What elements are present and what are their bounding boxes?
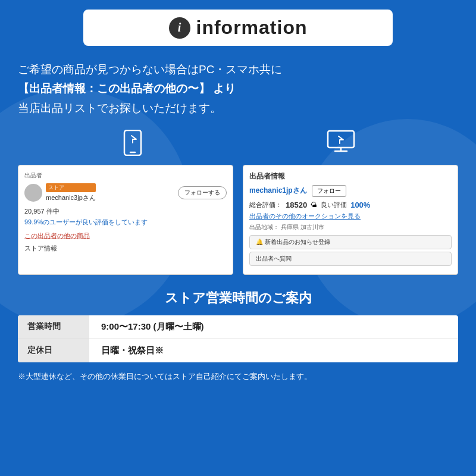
mobile-screenshot-card: 出品者 ストア mechanic3jpさん フォローする 20,957 件中 9… xyxy=(18,165,233,275)
stats-text: 20,957 件中 xyxy=(24,207,227,216)
hours-table: 営業時間 9:00〜17:30 (月曜〜土曜) 定休日 日曜・祝祭日※ xyxy=(18,315,458,362)
device-icons-row xyxy=(12,130,464,161)
location-text: 出品地域： 兵庫県 加古川市 xyxy=(249,223,452,231)
store-hours-title: ストア営業時間のご案内 xyxy=(12,289,464,307)
good-rating-label: 良い評価 xyxy=(321,201,347,209)
store-badge: ストア xyxy=(46,183,96,192)
main-text-line2: 【出品者情報：この出品者の他の〜】 より xyxy=(18,79,458,98)
hours-label-closed: 定休日 xyxy=(18,339,89,362)
seller-info-title: 出品者情報 xyxy=(249,171,452,181)
main-text-line1: ご希望の商品が見つからない場合はPC・スマホ共に xyxy=(18,60,458,79)
total-rating-label: 総合評価： xyxy=(249,201,282,209)
new-items-btn[interactable]: 🔔 新着出品のお知らせ登録 xyxy=(249,235,452,249)
hours-label-business: 営業時間 xyxy=(18,315,89,339)
footnote: ※大型連休など、その他の休業日についてはストア自己紹介にてご案内いたします。 xyxy=(12,371,464,383)
good-rating-text: 99.9%のユーザーが良い評価をしています xyxy=(24,218,227,227)
other-items-link[interactable]: この出品者の他の商品 xyxy=(24,231,227,240)
question-btn[interactable]: 出品者へ質問 xyxy=(249,252,452,266)
sun-icon: 🌤 xyxy=(311,201,317,208)
seller-name-pc: mechanic1jpさん xyxy=(249,186,307,196)
computer-icon xyxy=(327,130,355,161)
seller-row2: mechanic1jpさん フォロー xyxy=(249,185,452,197)
avatar xyxy=(24,184,42,202)
hours-value-business: 9:00〜17:30 (月曜〜土曜) xyxy=(89,315,216,339)
seller-row: ストア mechanic3jpさん フォローする xyxy=(24,183,227,202)
follow-button[interactable]: フォローする xyxy=(178,186,227,199)
pc-screenshot-card: 出品者情報 mechanic1jpさん フォロー 総合評価： 18520 🌤 良… xyxy=(243,165,458,275)
follow-button-pc[interactable]: フォロー xyxy=(312,185,346,197)
rating-row: 総合評価： 18520 🌤 良い評価 100% xyxy=(249,201,452,209)
location-value: 兵庫県 加古川市 xyxy=(281,224,324,230)
hours-value-closed: 日曜・祝祭日※ xyxy=(89,339,176,362)
good-rating-pct: 100% xyxy=(350,201,370,209)
hours-row-weekday: 営業時間 9:00〜17:30 (月曜〜土曜) xyxy=(18,315,458,339)
page-title: information xyxy=(196,17,308,39)
main-text-line3: 当店出品リストでお探しいただけます。 xyxy=(18,99,458,118)
seller-section-label: 出品者 xyxy=(24,171,227,180)
store-info-label: ストア情報 xyxy=(24,244,227,253)
hours-row-holiday: 定休日 日曜・祝祭日※ xyxy=(18,339,458,362)
info-icon: i xyxy=(169,17,190,39)
screenshots-row: 出品者 ストア mechanic3jpさん フォローする 20,957 件中 9… xyxy=(12,165,464,275)
total-rating-score: 18520 xyxy=(286,201,307,209)
seller-name: mechanic3jpさん xyxy=(46,194,96,201)
info-header-box: i information xyxy=(83,10,393,46)
location-label: 出品地域： xyxy=(249,224,279,230)
seller-details: ストア mechanic3jpさん xyxy=(46,183,96,202)
main-description: ご希望の商品が見つからない場合はPC・スマホ共に 【出品者情報：この出品者の他の… xyxy=(12,60,464,118)
smartphone-icon xyxy=(121,130,145,161)
page-container: i information ご希望の商品が見つからない場合はPC・スマホ共に 【… xyxy=(0,0,476,392)
auction-link[interactable]: 出品者のその他のオークションを見る xyxy=(249,212,452,221)
seller-info: ストア mechanic3jpさん xyxy=(24,183,96,202)
